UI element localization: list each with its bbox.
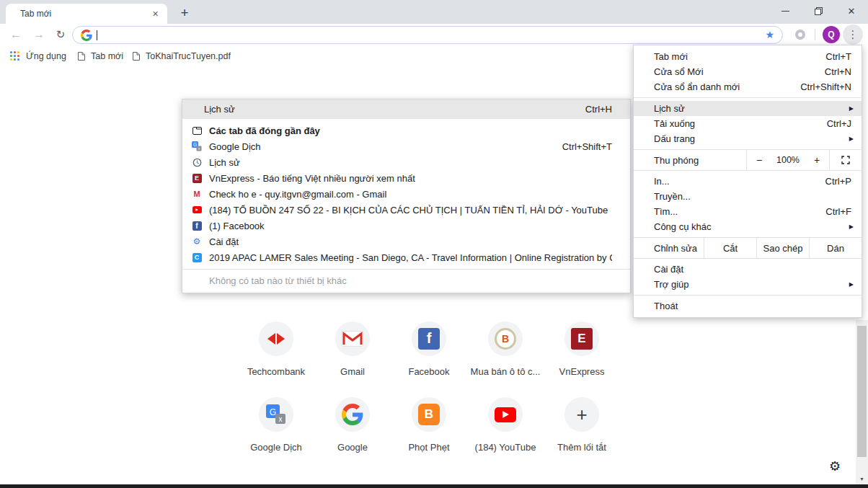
shortcut-tile[interactable]: Google bbox=[314, 397, 391, 453]
menu-item-settings[interactable]: Cài đặt bbox=[634, 262, 862, 277]
scrollbar-thumb[interactable] bbox=[857, 326, 867, 457]
menu-item-history[interactable]: Lịch sử▶ bbox=[634, 101, 862, 116]
menu-item-new-tab[interactable]: Tab mớiCtrl+T bbox=[634, 49, 862, 64]
menu-separator bbox=[634, 295, 862, 296]
shortcut-tile[interactable]: E VnExpress bbox=[544, 321, 620, 377]
add-shortcut-tile[interactable]: + Thêm lối tắt bbox=[544, 397, 620, 453]
restore-icon bbox=[815, 7, 823, 15]
taskbar-edge bbox=[0, 484, 868, 488]
history-item[interactable]: E VnExpress - Báo tiếng Việt nhiều người… bbox=[182, 170, 630, 186]
menu-label: Truyền... bbox=[654, 191, 851, 202]
shortcut-tile[interactable]: Techcombank bbox=[238, 321, 314, 377]
history-item[interactable]: M Check ho e - quy.itgvn@gmail.com - Gma… bbox=[182, 186, 630, 202]
history-submenu-header[interactable]: Lịch sử Ctrl+H bbox=[182, 99, 630, 119]
extension-icon[interactable] bbox=[795, 30, 805, 40]
menu-item-exit[interactable]: Thoát bbox=[634, 298, 862, 314]
menu-label: Tải xuống bbox=[654, 118, 827, 129]
zoom-level-value: 100% bbox=[771, 155, 805, 165]
text-cursor bbox=[97, 30, 97, 40]
new-tab-button[interactable]: + bbox=[174, 3, 195, 23]
plus-icon: + bbox=[564, 397, 599, 432]
shortcut-tile[interactable]: (184) YouTube bbox=[467, 397, 544, 453]
scrollbar[interactable]: ▼ bbox=[856, 320, 868, 485]
history-item[interactable]: ⚙ Cài đặt bbox=[182, 234, 630, 249]
history-item[interactable]: (184) TỔ BUỒN 247 SỐ 22 - BI KỊCH CỦA CÁ… bbox=[182, 202, 630, 218]
menu-item-cast[interactable]: Truyền... bbox=[634, 189, 862, 204]
fullscreen-button[interactable] bbox=[830, 156, 862, 164]
section-title: Các tab đã đóng gần đây bbox=[209, 125, 612, 136]
history-item-label: Google Dịch bbox=[209, 141, 562, 152]
history-clock-icon bbox=[191, 158, 203, 167]
menu-item-bookmarks[interactable]: Dấu trang▶ bbox=[634, 131, 862, 146]
fullscreen-icon bbox=[841, 156, 850, 164]
reload-icon[interactable]: ↻ bbox=[50, 24, 71, 45]
menu-item-find[interactable]: Tìm...Ctrl+F bbox=[634, 204, 862, 219]
tile-label: Techcombank bbox=[247, 366, 305, 377]
zoom-in-button[interactable]: + bbox=[805, 154, 829, 166]
bookmark-item[interactable]: Tab mới bbox=[77, 45, 123, 67]
toolbar: ← → ↻ ★ Q ⋮ bbox=[0, 24, 868, 45]
close-button[interactable]: ✕ bbox=[835, 0, 868, 22]
menu-item-print[interactable]: In...Ctrl+P bbox=[634, 174, 862, 189]
customize-gear-icon[interactable]: ⚙ bbox=[829, 458, 841, 474]
history-item[interactable]: C 2019 APAC LAMER Sales Meeting - San Di… bbox=[182, 249, 630, 265]
menu-label: Tìm... bbox=[654, 206, 825, 217]
history-item[interactable]: f (1) Facebook bbox=[182, 218, 630, 234]
menu-shortcut: Ctrl+J bbox=[827, 118, 851, 129]
tile-label: Gmail bbox=[340, 366, 365, 377]
history-item[interactable]: Gx Google Dịch Ctrl+Shift+T bbox=[182, 138, 630, 154]
menu-item-help[interactable]: Trợ giúp▶ bbox=[634, 277, 862, 292]
tab-active[interactable]: Tab mới ✕ bbox=[6, 4, 167, 24]
menu-label: Lịch sử bbox=[204, 104, 585, 115]
settings-gear-icon: ⚙ bbox=[191, 236, 203, 247]
tile-label: Thêm lối tắt bbox=[557, 442, 606, 453]
browser-window: Tab mới ✕ + ✕ ← → ↻ ★ Q ⋮ bbox=[0, 0, 868, 488]
tile-label: VnExpress bbox=[559, 366, 605, 377]
back-icon[interactable]: ← bbox=[6, 24, 26, 45]
menu-item-new-window[interactable]: Cửa sổ MớiCtrl+N bbox=[634, 64, 862, 79]
menu-label: Công cụ khác bbox=[654, 221, 849, 232]
bookmark-item[interactable]: ToKhaiTrucTuyen.pdf bbox=[132, 45, 231, 67]
history-item[interactable]: Lịch sử bbox=[182, 154, 630, 170]
svg-text:G: G bbox=[270, 407, 276, 417]
forward-icon[interactable]: → bbox=[29, 24, 49, 45]
toolbar-divider bbox=[815, 29, 815, 40]
profile-avatar[interactable]: Q bbox=[823, 26, 840, 43]
menu-item-new-incognito[interactable]: Cửa sổ ẩn danh mớiCtrl+Shift+N bbox=[634, 79, 862, 94]
google-translate-icon: Gx bbox=[259, 397, 293, 432]
youtube-icon bbox=[191, 206, 203, 213]
facebook-icon: f bbox=[191, 221, 203, 231]
paste-button[interactable]: Dán bbox=[809, 238, 862, 258]
menu-label: Tab mới bbox=[654, 51, 825, 62]
minimize-button[interactable] bbox=[769, 0, 802, 22]
browser-menu-button[interactable]: ⋮ bbox=[843, 25, 863, 45]
apps-shortcut[interactable]: Ứng dụng bbox=[10, 45, 66, 67]
submenu-arrow-icon: ▶ bbox=[849, 105, 854, 112]
restore-button[interactable] bbox=[802, 0, 835, 22]
copy-button[interactable]: Sao chép bbox=[756, 238, 809, 258]
gmail-icon bbox=[335, 321, 370, 356]
cut-button[interactable]: Cắt bbox=[704, 238, 756, 258]
menu-shortcut: Ctrl+Shift+T bbox=[562, 141, 612, 152]
menu-item-edit: Chỉnh sửa Cắt Sao chép Dán bbox=[634, 237, 862, 259]
tab-close-icon[interactable]: ✕ bbox=[149, 8, 161, 20]
page-icon bbox=[132, 51, 141, 61]
tile-label: Google bbox=[337, 442, 368, 453]
menu-shortcut: Ctrl+N bbox=[825, 66, 851, 77]
shortcut-tile[interactable]: Gmail bbox=[314, 321, 391, 377]
apps-label: Ứng dụng bbox=[26, 51, 66, 61]
vnexpress-icon: E bbox=[564, 321, 599, 356]
bookmark-label: ToKhaiTrucTuyen.pdf bbox=[146, 51, 231, 61]
bookmark-star-icon[interactable]: ★ bbox=[765, 29, 774, 40]
shortcut-tile[interactable]: f Facebook bbox=[391, 321, 467, 377]
history-item-label: (184) TỔ BUỒN 247 SỐ 22 - BI KỊCH CỦA CÁ… bbox=[209, 205, 612, 216]
shortcut-tile[interactable]: Gx Google Dịch bbox=[238, 397, 314, 453]
gmail-icon: M bbox=[191, 190, 203, 198]
shortcut-tile[interactable]: B Mua bán ô tô c... bbox=[467, 321, 544, 377]
zoom-out-button[interactable]: − bbox=[747, 154, 771, 166]
scroll-down-arrow[interactable]: ▼ bbox=[856, 473, 868, 485]
address-bar-input[interactable]: ★ bbox=[72, 26, 783, 44]
menu-item-more-tools[interactable]: Công cụ khác▶ bbox=[634, 219, 862, 234]
shortcut-tile[interactable]: B Phọt Phẹt bbox=[391, 397, 467, 453]
menu-item-downloads[interactable]: Tải xuốngCtrl+J bbox=[634, 116, 862, 131]
